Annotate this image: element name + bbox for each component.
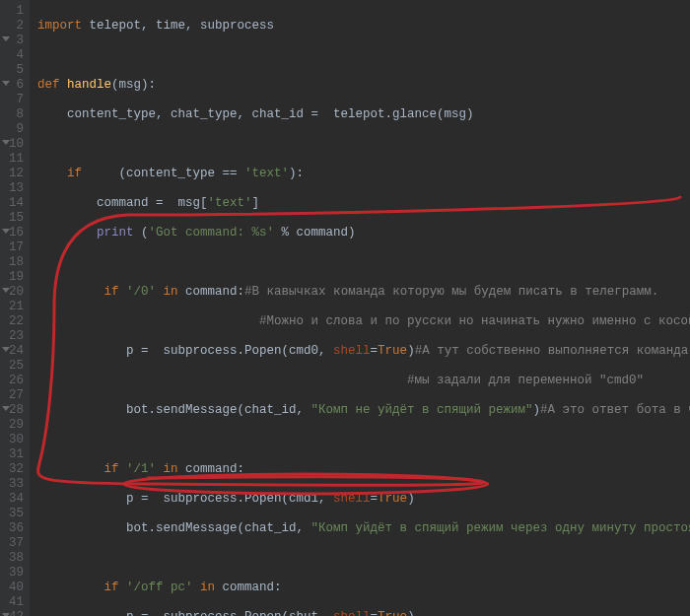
string: '/off pc' <box>126 581 193 594</box>
code-line[interactable] <box>37 255 690 270</box>
line-number: 16 <box>4 226 24 240</box>
line-number: 34 <box>4 492 24 507</box>
line-number: 4 <box>4 48 24 63</box>
code-line[interactable]: print ('Got command: %s' % command) <box>37 226 690 240</box>
code-editor[interactable]: 1234567891011121314151617181920212223242… <box>0 0 690 616</box>
code-line[interactable]: p = subprocess.Popen(cmd0, shell=True)#А… <box>37 344 690 359</box>
keyword: import <box>37 19 82 33</box>
code-line[interactable]: if '/off pc' in command: <box>37 581 690 595</box>
operator: = <box>141 492 156 506</box>
keyword: def <box>37 78 60 92</box>
line-number: 3 <box>4 34 24 48</box>
keyword: if <box>104 462 119 476</box>
fold-icon[interactable] <box>2 406 10 411</box>
line-number: 36 <box>4 521 24 536</box>
code-line[interactable]: if '/0' in command:#В кавычках команда к… <box>37 285 690 300</box>
code-line[interactable]: import telepot, time, subprocess <box>37 19 690 34</box>
line-number: 17 <box>4 240 24 255</box>
line-number: 20 <box>4 285 24 300</box>
operator: = <box>156 196 171 210</box>
code-line[interactable]: bot.sendMessage(chat_id, "Комп уйдёт в с… <box>37 521 690 536</box>
text: command: <box>215 581 282 594</box>
code-line[interactable]: if '/1' in command: <box>37 462 690 477</box>
line-number: 38 <box>4 551 24 566</box>
code-line[interactable]: content_type, chat_type, chat_id = telep… <box>37 107 690 122</box>
comment: #В кавычках команда которую мы будем пис… <box>244 285 658 299</box>
operator: = <box>311 107 326 121</box>
line-number: 15 <box>4 211 24 226</box>
string: "Комп не уйдёт в спящий режим" <box>311 403 533 417</box>
line-number: 2 <box>4 19 24 34</box>
code-line[interactable] <box>37 48 690 63</box>
code-line[interactable]: if (content_type == 'text'): <box>37 167 690 181</box>
text: telepot.glance(msg) <box>326 107 474 121</box>
line-number: 32 <box>4 462 24 477</box>
code-line[interactable] <box>37 137 690 152</box>
text: p <box>37 344 141 358</box>
line-number: 35 <box>4 507 24 521</box>
line-number: 1 <box>4 4 24 19</box>
line-number: 33 <box>4 477 24 492</box>
fold-icon[interactable] <box>2 347 10 352</box>
text: telepot, time, subprocess <box>82 19 274 33</box>
text: ) <box>407 610 415 616</box>
kwarg: shell <box>333 610 371 616</box>
line-number: 39 <box>4 566 24 581</box>
fold-icon[interactable] <box>2 81 10 86</box>
text: (content_type <box>82 167 223 180</box>
line-number: 7 <box>4 93 24 107</box>
code-line[interactable]: #мы задали для переменной "cmd0" <box>37 374 690 388</box>
fold-icon[interactable] <box>2 36 10 41</box>
code-line[interactable]: bot.sendMessage(chat_id, "Комп не уйдёт … <box>37 403 690 418</box>
line-number: 21 <box>4 300 24 314</box>
line-number: 23 <box>4 329 24 344</box>
text: command: <box>178 285 245 299</box>
code-line[interactable]: #Можно и слова и по русски но начинать н… <box>37 314 690 329</box>
line-number: 26 <box>4 374 24 388</box>
line-number: 28 <box>4 403 24 418</box>
line-number: 37 <box>4 536 24 551</box>
comment: #Можно и слова и по русски но начинать н… <box>37 314 690 328</box>
text <box>37 285 104 299</box>
text: subprocess.Popen(shut, <box>156 610 333 616</box>
text: % command) <box>274 226 356 240</box>
operator: = <box>141 344 156 358</box>
text: ) <box>407 344 415 358</box>
string: 'text' <box>208 196 252 210</box>
text: command <box>37 196 156 210</box>
line-number: 11 <box>4 152 24 167</box>
comment: #мы задали для переменной "cmd0" <box>37 374 644 387</box>
text: bot.sendMessage(chat_id, <box>37 403 311 417</box>
text: ) <box>407 492 415 506</box>
line-number: 10 <box>4 137 24 152</box>
line-number: 9 <box>4 122 24 137</box>
fold-icon[interactable] <box>2 288 10 293</box>
line-number: 27 <box>4 388 24 403</box>
bool: True <box>378 492 407 506</box>
fold-icon[interactable] <box>2 229 10 234</box>
operator: = <box>141 610 156 616</box>
code-area[interactable]: import telepot, time, subprocess def han… <box>30 0 690 616</box>
code-line[interactable]: def handle(msg): <box>37 78 690 93</box>
line-number: 30 <box>4 433 24 447</box>
line-number: 42 <box>4 610 24 616</box>
code-line[interactable] <box>37 551 690 566</box>
code-line[interactable]: p = subprocess.Popen(cmd1, shell=True) <box>37 492 690 507</box>
string: 'text' <box>238 167 290 180</box>
comment: #А это ответ бота в чат. <box>540 403 690 417</box>
text: command: <box>178 462 245 476</box>
keyword: in <box>200 581 215 594</box>
line-number: 12 <box>4 167 24 181</box>
text: subprocess.Popen(cmd1, <box>156 492 333 506</box>
line-number: 41 <box>4 595 24 610</box>
line-number: 5 <box>4 63 24 78</box>
code-line[interactable]: p = subprocess.Popen(shut, shell=True) <box>37 610 690 616</box>
text: subprocess.Popen(cmd0, <box>156 344 333 358</box>
bool: True <box>378 344 407 358</box>
line-number: 25 <box>4 359 24 374</box>
fold-icon[interactable] <box>2 140 10 145</box>
code-line[interactable] <box>37 433 690 447</box>
code-line[interactable]: command = msg['text'] <box>37 196 690 211</box>
line-number: 8 <box>4 107 24 122</box>
line-number: 22 <box>4 314 24 329</box>
